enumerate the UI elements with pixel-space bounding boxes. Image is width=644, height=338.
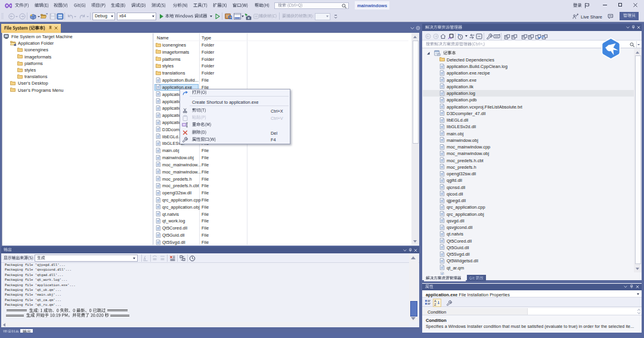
svg-text:Z: Z xyxy=(434,303,436,306)
